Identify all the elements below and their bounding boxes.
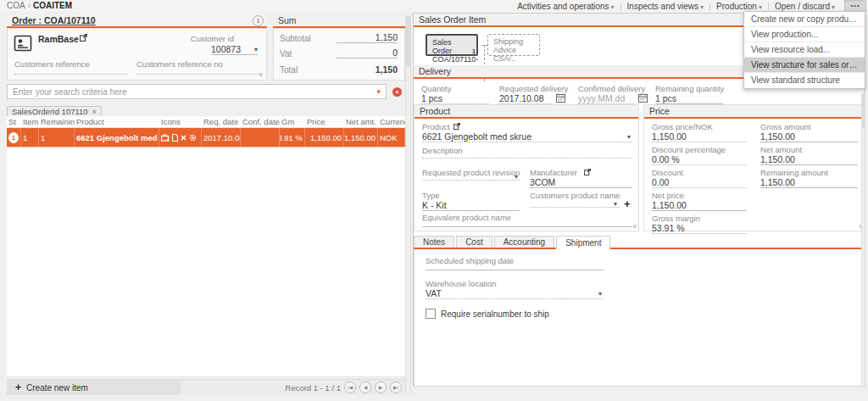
menu-item-view-structure[interactable]: View structure for sales order item xyxy=(744,58,865,73)
pager-first-button[interactable]: |◀ xyxy=(344,382,356,393)
discount-label: Discount xyxy=(652,168,683,177)
remaining-amount-value: 1,150.00 xyxy=(760,177,858,188)
chevron-down-icon: ▾ xyxy=(598,290,602,298)
gross-price-label: Gross price/NOK xyxy=(652,122,713,131)
product-select[interactable]: 6621 Gjengebolt med skrue▾ xyxy=(422,131,632,142)
chevron-down-icon: ▾ xyxy=(759,3,762,11)
create-new-item-button[interactable]: +Create new item xyxy=(7,380,181,395)
calendar-icon[interactable] xyxy=(638,93,648,103)
quantity-label: Quantity xyxy=(421,84,451,93)
gross-margin-value: 53.91 % xyxy=(652,223,747,234)
menu-item-view-resource-load[interactable]: View resource load... xyxy=(744,42,865,58)
cog-icon[interactable] xyxy=(189,134,197,142)
col-net-amt[interactable]: Net amt. xyxy=(344,116,378,127)
menu-activities-and-operations[interactable]: Activities and operations▾ xyxy=(511,2,620,11)
customers-product-name-select[interactable]: ▾ xyxy=(530,207,619,208)
net-amount-value: 1,150.00 xyxy=(760,154,858,165)
briefcase-x-icon[interactable] xyxy=(161,134,170,142)
flow-box-badge: 1 xyxy=(472,48,476,54)
requested-delivery-value[interactable]: 2017.10.08 xyxy=(499,93,552,104)
require-serialnumber-checkbox[interactable] xyxy=(426,309,436,319)
flow-shipping-advice-box[interactable]: Shipping Advice CSA/.. xyxy=(487,34,540,56)
menu-item-view-production[interactable]: View production... xyxy=(744,27,865,42)
clear-search-icon[interactable]: × xyxy=(392,87,402,97)
tab-shipment[interactable]: Shipment xyxy=(556,236,610,249)
col-req-date[interactable]: Req. date xyxy=(202,116,241,127)
col-gm[interactable]: Gm xyxy=(280,116,305,127)
sum-panel: Sum Subtotal 1,150 Vat 0 Total 1,150 xyxy=(273,14,405,81)
col-product[interactable]: Product xyxy=(75,116,159,127)
chevron-down-icon: ▾ xyxy=(515,173,518,181)
menu-item-view-standard-structure[interactable]: View standard structure xyxy=(744,73,865,88)
tab-cost[interactable]: Cost xyxy=(456,236,492,248)
price-header: Price xyxy=(644,105,865,119)
ellipsis-icon: ••• xyxy=(850,2,860,9)
subtotal-value: 1,150 xyxy=(337,32,398,43)
tab-notes[interactable]: Notes xyxy=(414,236,454,248)
external-link-icon[interactable] xyxy=(80,34,87,42)
description-input[interactable] xyxy=(422,158,632,159)
col-icons[interactable]: Icons xyxy=(159,116,202,127)
search-expand-icon[interactable]: ▾ xyxy=(376,87,381,96)
manufacturer-value[interactable]: 3COM xyxy=(530,177,632,188)
more-options-button[interactable]: ••• xyxy=(844,0,866,12)
document-icon[interactable] xyxy=(172,134,178,142)
chevron-down-icon: ▾ xyxy=(700,3,704,11)
left-panel-scrollbar[interactable] xyxy=(405,14,411,395)
expand-panel-icon[interactable]: » xyxy=(256,72,264,76)
col-conf-date[interactable]: Conf. date xyxy=(241,116,280,127)
col-price[interactable]: Price xyxy=(305,116,344,127)
gross-price-value[interactable]: 1,150.00 xyxy=(652,131,747,142)
customers-reference-input[interactable] xyxy=(14,74,128,75)
col-remaining[interactable]: Remaining xyxy=(39,116,75,127)
quantity-value[interactable]: 1 pcs xyxy=(421,93,489,104)
remove-chip-icon[interactable]: × xyxy=(92,108,97,116)
gross-amount-value: 1,150.00 xyxy=(760,131,858,142)
cell-product: 6621 Gjengebolt med skrue xyxy=(75,128,159,147)
confirmed-delivery-label: Confirmed delivery xyxy=(578,84,645,93)
type-value[interactable]: K - Kit xyxy=(422,200,520,211)
menu-inspects-and-views[interactable]: Inspects and views▾ xyxy=(621,2,710,11)
remaining-amount-label: Remaining amount xyxy=(760,168,828,177)
customers-reference-no-input[interactable] xyxy=(136,74,261,75)
menu-production[interactable]: Production▾ xyxy=(710,2,768,11)
cell-item: 1 xyxy=(21,128,39,147)
breadcrumb-root[interactable]: COA xyxy=(7,1,25,10)
right-panel-scrollbar[interactable] xyxy=(861,93,865,386)
col-st[interactable]: St xyxy=(7,116,21,127)
description-label: Description xyxy=(422,146,463,155)
customer-name[interactable]: RamBase xyxy=(38,34,79,44)
shipment-tab-content: Scheduled shipping date Warehouse locati… xyxy=(414,249,865,387)
cell-gm: 53.91 % xyxy=(280,128,305,147)
grid-footer-bar: +Create new item Record 1 - 1 / 1 |◀ ◀ ▶… xyxy=(7,379,405,395)
requested-revision-select[interactable]: ▾ xyxy=(422,180,520,181)
pager-last-button[interactable]: ▶| xyxy=(390,382,402,393)
flow-sales-order-box[interactable]: Sales Order COA/107110-1 1 xyxy=(426,34,478,56)
discount-percentage-label: Discount percentage xyxy=(652,145,726,154)
x-icon[interactable] xyxy=(181,135,186,141)
warehouse-location-select[interactable]: VAT▾ xyxy=(426,288,604,299)
table-row[interactable]: 1 1 1 6621 Gjengebolt med skrue 2017.10.… xyxy=(7,128,405,148)
confirmed-delivery-input[interactable]: yyyy.MM.dd xyxy=(578,93,634,104)
external-link-icon[interactable] xyxy=(584,169,591,175)
scheduled-shipping-date-input[interactable] xyxy=(426,270,604,270)
col-currency[interactable]: Currency xyxy=(378,116,405,127)
menu-item-create-structure[interactable]: Create new or copy product structure to … xyxy=(744,12,865,27)
customer-id-select[interactable]: 100873▾ xyxy=(211,44,258,55)
pager-next-button[interactable]: ▶ xyxy=(375,382,387,393)
order-link[interactable]: Order : COA/107110 xyxy=(12,15,96,25)
sum-card: Subtotal 1,150 Vat 0 Total 1,150 xyxy=(273,28,405,81)
external-link-icon[interactable] xyxy=(453,123,460,130)
col-item[interactable]: Item xyxy=(21,116,39,127)
discount-value[interactable]: 0.00 xyxy=(652,177,747,188)
expand-panel-icon[interactable]: » xyxy=(630,224,638,228)
calendar-icon[interactable] xyxy=(556,93,565,103)
discount-percentage-value[interactable]: 0.00 % xyxy=(652,154,747,165)
search-input[interactable] xyxy=(8,85,355,98)
tab-accounting[interactable]: Accounting xyxy=(494,236,554,248)
breadcrumb-current: COAITEM xyxy=(33,1,72,10)
menu-open-discard[interactable]: Open / discard▾ xyxy=(769,2,841,11)
equivalent-product-name-input[interactable] xyxy=(422,226,632,227)
add-customers-product-name-button[interactable]: + xyxy=(624,198,631,210)
pager-prev-button[interactable]: ◀ xyxy=(359,382,371,393)
